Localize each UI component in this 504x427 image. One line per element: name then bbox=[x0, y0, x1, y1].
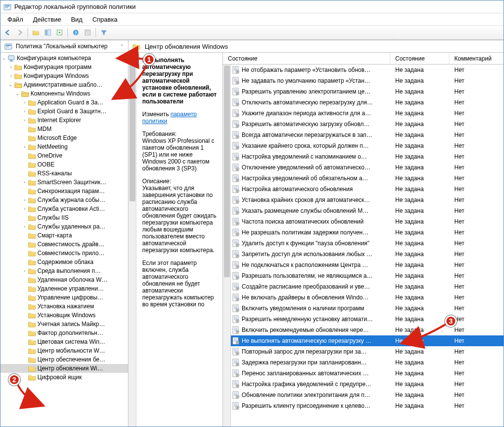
tree-software-config[interactable]: ›Конфигурация программ bbox=[0, 63, 128, 71]
tree-item[interactable]: Фактор дополнительн… bbox=[0, 328, 128, 337]
policy-row[interactable]: Указать размещение службы обновлений M…Н… bbox=[231, 205, 504, 216]
expand-icon-closed[interactable]: › bbox=[7, 72, 14, 79]
policy-row[interactable]: Разрешить автоматическую загрузку обновл… bbox=[231, 119, 504, 130]
tree-item[interactable]: ›SmartScreen Защитник… bbox=[0, 178, 128, 187]
tree-item[interactable]: Удаленная оболочка W… bbox=[0, 275, 128, 284]
tree-admin-templates[interactable]: ⌄Административные шабло… bbox=[0, 80, 128, 89]
tree-item[interactable]: Смарт-карта bbox=[0, 231, 128, 240]
tree-item[interactable]: Синхронизация парам… bbox=[0, 187, 128, 196]
tree-item[interactable]: Установка нажатием bbox=[0, 302, 128, 311]
policy-row[interactable]: Не задавать по умолчанию параметр «Устан… bbox=[231, 75, 504, 86]
tree-item[interactable]: OOBE bbox=[0, 160, 128, 169]
help-button[interactable]: ? bbox=[70, 27, 81, 38]
tree-item[interactable]: Центр мобильности W… bbox=[0, 346, 128, 355]
tree-item[interactable]: Службы IIS bbox=[0, 213, 128, 222]
tree-item[interactable]: Совместимость прило… bbox=[0, 249, 128, 258]
expand-icon-closed[interactable]: › bbox=[21, 205, 28, 212]
policy-row[interactable]: Задержка перезагрузки при запланированн…… bbox=[231, 357, 504, 368]
policy-row[interactable]: Всегда автоматически перезагружаться в з… bbox=[231, 130, 504, 140]
tree-computer-config[interactable]: ⌄Конфигурация компьютера bbox=[0, 54, 128, 63]
tree-item[interactable]: Центр обновления Wi… bbox=[0, 364, 128, 373]
tree-win-components[interactable]: ⌄Компоненты Windows bbox=[0, 89, 128, 98]
policy-row[interactable]: Отключение уведомлений об автоматическо…… bbox=[231, 162, 504, 173]
policy-row[interactable]: Перенос запланированных автоматических …… bbox=[231, 368, 504, 379]
collapse-icon[interactable]: ⌃ bbox=[120, 44, 124, 49]
expand-icon-closed[interactable]: › bbox=[21, 267, 28, 274]
menu-view[interactable]: Вид bbox=[67, 15, 87, 24]
policy-row[interactable]: Частота поиска автоматических обновлений… bbox=[231, 216, 504, 227]
tree-item[interactable]: RSS-каналы bbox=[0, 169, 128, 178]
expand-icon-closed[interactable]: › bbox=[21, 117, 28, 124]
filter-button[interactable] bbox=[98, 27, 109, 38]
policy-row[interactable]: Удалить доступ к функции "пауза обновлен… bbox=[231, 238, 504, 249]
expand-icon-open[interactable]: ⌄ bbox=[14, 90, 21, 97]
expand-icon-closed[interactable]: › bbox=[21, 99, 28, 106]
tree-item[interactable]: Цветовая система Win… bbox=[0, 337, 128, 346]
tree-item[interactable]: OneDrive bbox=[0, 151, 128, 160]
tree-item[interactable]: ›NetMeeting bbox=[0, 142, 128, 151]
tree-windows-config[interactable]: ›Конфигурация Windows bbox=[0, 71, 128, 80]
policy-row[interactable]: Повторный запрос для перезагрузки при за… bbox=[231, 346, 504, 357]
tree-item[interactable]: MDM bbox=[0, 125, 128, 133]
tree-item[interactable]: ›Служба журнала собы… bbox=[0, 196, 128, 204]
policy-row[interactable]: Не отображать параметр «Установить обнов… bbox=[231, 65, 504, 75]
list-body[interactable]: Не отображать параметр «Установить обнов… bbox=[223, 65, 504, 427]
up-button[interactable] bbox=[31, 27, 41, 38]
expand-icon-closed[interactable]: › bbox=[21, 197, 28, 203]
tree-item[interactable]: Удаленное управлени… bbox=[0, 284, 128, 293]
tree-item[interactable]: Учетная запись Майкр… bbox=[0, 320, 128, 328]
tree-item[interactable]: Управление цифровы… bbox=[0, 293, 128, 302]
expand-icon-open[interactable]: ⌄ bbox=[7, 81, 14, 88]
show-tree-button[interactable] bbox=[42, 27, 53, 38]
export-button[interactable] bbox=[54, 27, 65, 38]
tree-item[interactable]: ›Exploit Guard в Защитн… bbox=[0, 107, 128, 116]
tree-item[interactable]: ›Application Guard в За… bbox=[0, 98, 128, 107]
policy-row[interactable]: Установка крайних сроков для автоматичес… bbox=[231, 195, 504, 205]
policy-row[interactable]: Создайте расписание преобразований и уве… bbox=[231, 281, 504, 292]
menu-help[interactable]: Справка bbox=[89, 15, 122, 24]
policy-row[interactable]: Включить уведомления о наличии программН… bbox=[231, 303, 504, 314]
properties-button[interactable] bbox=[82, 27, 93, 38]
expand-icon-closed[interactable]: › bbox=[21, 108, 28, 115]
policy-row[interactable]: Разрешить клиенту присоединение к целево… bbox=[231, 400, 504, 411]
tree[interactable]: ⌄Конфигурация компьютера›Конфигурация пр… bbox=[0, 53, 128, 427]
expand-icon-closed[interactable]: › bbox=[21, 179, 28, 186]
policy-row[interactable]: Отключить автоматическую перезагрузку дл… bbox=[231, 97, 504, 108]
policy-row[interactable]: Настройка уведомлений об обязательном а…… bbox=[231, 173, 504, 184]
expand-icon-closed[interactable]: › bbox=[21, 143, 28, 150]
policy-row[interactable]: Обновление политики электропитания для п… bbox=[231, 390, 504, 400]
policy-row[interactable]: Запретить доступ для использования любых… bbox=[231, 249, 504, 260]
policy-row[interactable]: Не выполнять автоматическую перезагрузку… bbox=[231, 335, 504, 346]
forward-button[interactable] bbox=[14, 27, 25, 38]
policy-row[interactable]: Не подключаться к расположениям Центра …… bbox=[231, 260, 504, 270]
col-header-name[interactable]: Состояние bbox=[223, 53, 390, 64]
policy-row[interactable]: Указание крайнего срока, который должен … bbox=[231, 140, 504, 151]
policy-row[interactable]: Разрешить управлению электропитанием це…… bbox=[231, 86, 504, 97]
policy-row[interactable]: Настройка графика уведомлений с предупре… bbox=[231, 379, 504, 390]
policy-row[interactable]: Разрешить немедленную установку автомати… bbox=[231, 314, 504, 325]
tree-item[interactable]: Установщик Windows bbox=[0, 311, 128, 320]
menu-file[interactable]: Файл bbox=[3, 15, 27, 24]
policy-row[interactable]: Укажите диапазон периода активности для … bbox=[231, 108, 504, 119]
policy-row[interactable]: Включить рекомендуемые обновления чере…Н… bbox=[231, 325, 504, 335]
policy-row[interactable]: Настройка уведомлений с напоминанием о…Н… bbox=[231, 151, 504, 162]
policy-row[interactable]: Разрешать пользователям, не являющимся a… bbox=[231, 270, 504, 281]
tree-item[interactable]: ›Internet Explorer bbox=[0, 116, 128, 125]
policy-row[interactable]: Не включать драйверы в обновления Windo…… bbox=[231, 292, 504, 303]
tree-item[interactable]: ›Среда выполнения п… bbox=[0, 266, 128, 275]
tree-item[interactable]: Содержимое облака bbox=[0, 258, 128, 266]
expand-icon-closed[interactable]: › bbox=[21, 223, 28, 230]
back-button[interactable] bbox=[2, 27, 13, 38]
tree-item[interactable]: Microsoft Edge bbox=[0, 133, 128, 142]
tree-item[interactable]: Центр обеспечения бе… bbox=[0, 355, 128, 364]
menu-action[interactable]: Действие bbox=[29, 15, 65, 24]
policy-row[interactable]: Не разрешать политикам задержки получен…… bbox=[231, 227, 504, 238]
col-header-comment[interactable]: Комментарий bbox=[449, 53, 504, 64]
col-header-state[interactable]: Состояние bbox=[390, 53, 449, 64]
desc-scrollbar[interactable] bbox=[128, 53, 136, 427]
list-scrollbar[interactable] bbox=[223, 65, 231, 427]
tree-item[interactable]: ›Службы удаленных ра… bbox=[0, 222, 128, 231]
tree-item[interactable]: ›Служба установки Acti… bbox=[0, 204, 128, 213]
policy-row[interactable]: Настройка автоматического обновленияНе з… bbox=[231, 184, 504, 195]
expand-icon-closed[interactable]: › bbox=[7, 64, 14, 70]
